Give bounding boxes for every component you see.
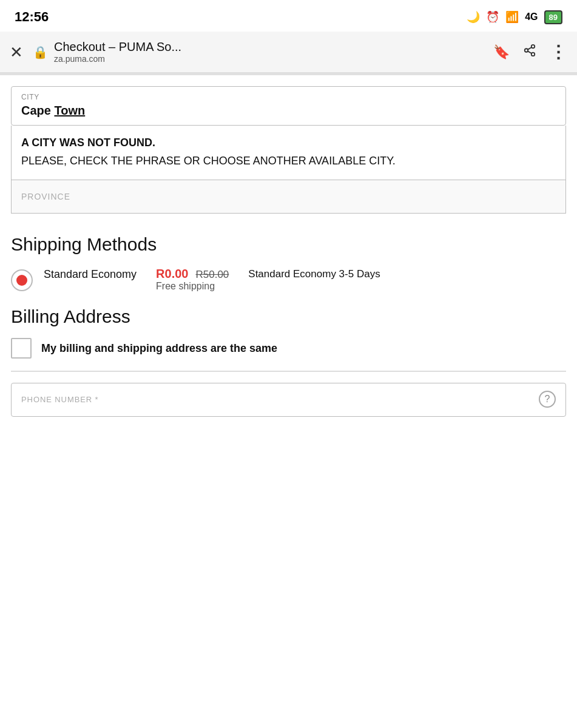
network-icon: 4G: [525, 12, 538, 22]
billing-checkbox-row: My billing and shipping address are the …: [11, 338, 566, 359]
city-input-wrapper[interactable]: CITY Cape Town: [11, 86, 566, 126]
svg-line-4: [528, 47, 531, 49]
phone-label: PHONE NUMBER *: [21, 395, 99, 404]
lock-icon: 🔒: [33, 45, 48, 59]
phone-field-wrapper[interactable]: PHONE NUMBER * ?: [11, 383, 566, 417]
shipping-price-old: R50.00: [195, 269, 229, 281]
shipping-price-new: R0.00: [156, 267, 188, 281]
section-divider: [11, 371, 566, 372]
page-content: CITY Cape Town A CITY WAS NOT FOUND. PLE…: [0, 86, 577, 417]
top-divider: [0, 73, 577, 75]
error-box: A CITY WAS NOT FOUND. PLEASE, CHECK THE …: [11, 126, 566, 180]
shipping-name: Standard Economy: [44, 267, 137, 292]
billing-section: Billing Address My billing and shipping …: [0, 306, 577, 359]
svg-line-3: [528, 51, 531, 53]
page-title: Checkout – PUMA So...: [54, 40, 181, 54]
phone-field-content: PHONE NUMBER *: [21, 394, 99, 405]
shipping-methods-title: Shipping Methods: [11, 234, 566, 255]
shipping-description: Standard Economy 3-5 Days: [248, 267, 380, 292]
province-label: PROVINCE: [21, 192, 70, 201]
address-bar: 🔒 Checkout – PUMA So... za.puma.com: [33, 40, 484, 64]
more-icon[interactable]: ⋮: [550, 42, 567, 62]
error-title: A CITY WAS NOT FOUND.: [21, 136, 556, 149]
billing-checkbox[interactable]: [11, 338, 32, 359]
bookmark-icon[interactable]: 🔖: [493, 44, 510, 60]
shipping-details: Standard Economy R0.00 R50.00 Free shipp…: [44, 267, 566, 292]
battery-icon: 89: [544, 10, 562, 24]
error-message: PLEASE, CHECK THE PHRASE OR CHOOSE ANOTH…: [21, 153, 556, 169]
city-section: CITY Cape Town A CITY WAS NOT FOUND. PLE…: [11, 86, 566, 214]
share-icon[interactable]: [523, 44, 536, 61]
city-value: Cape Town: [21, 104, 556, 118]
billing-checkbox-label: My billing and shipping address are the …: [41, 342, 277, 355]
status-time: 12:56: [15, 9, 49, 25]
moon-icon: 🌙: [467, 10, 480, 24]
city-label: CITY: [21, 93, 556, 101]
browser-chrome: ✕ 🔒 Checkout – PUMA So... za.puma.com 🔖 …: [0, 32, 577, 73]
browser-actions: 🔖 ⋮: [493, 42, 567, 62]
shipping-price-block: R0.00 R50.00 Free shipping: [156, 267, 229, 292]
shipping-methods-section: Shipping Methods Standard Economy R0.00 …: [0, 234, 577, 292]
phone-help-icon[interactable]: ?: [539, 391, 556, 408]
shipping-free-label: Free shipping: [156, 281, 229, 292]
signal-icon: 📶: [505, 10, 519, 24]
shipping-price-row: R0.00 R50.00: [156, 267, 229, 281]
close-button[interactable]: ✕: [10, 44, 23, 60]
status-bar: 12:56 🌙 ⏰ 📶 4G 89: [0, 0, 577, 32]
url-text: za.puma.com: [54, 54, 181, 64]
billing-title: Billing Address: [11, 306, 566, 327]
radio-selected-dot: [16, 275, 27, 286]
alarm-icon: ⏰: [486, 10, 499, 24]
province-field[interactable]: PROVINCE: [11, 180, 566, 214]
status-icons: 🌙 ⏰ 📶 4G 89: [467, 10, 562, 24]
address-text: Checkout – PUMA So... za.puma.com: [54, 40, 181, 64]
shipping-method-row: Standard Economy R0.00 R50.00 Free shipp…: [11, 267, 566, 292]
shipping-radio[interactable]: [11, 269, 33, 291]
